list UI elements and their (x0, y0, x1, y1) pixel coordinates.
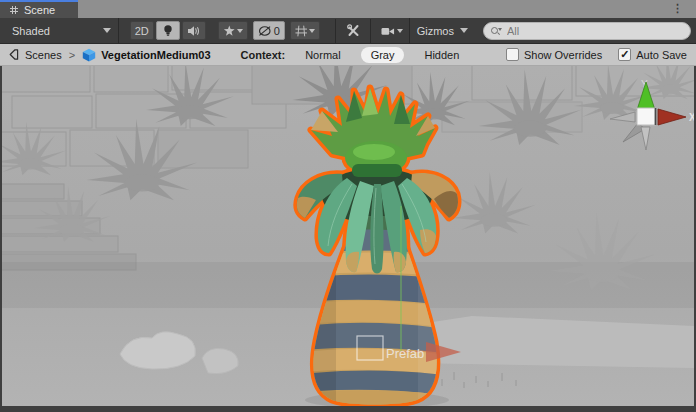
scene-audio-button[interactable] (182, 21, 206, 40)
eye-off-icon (258, 25, 272, 37)
grid-visibility-dropdown-button[interactable] (290, 21, 321, 40)
tab-label: Scene (24, 4, 55, 16)
camera-icon (381, 25, 395, 37)
prefab-badge-label: Prefab (386, 346, 424, 361)
gizmos-label: Gizmos (417, 25, 454, 37)
prefab-context-bar: Scenes > VegetationMedium03 Context: Nor… (0, 44, 696, 66)
show-overrides-toggle[interactable]: Show Overrides (506, 48, 602, 61)
btn-2d-label: 2D (135, 25, 149, 37)
scene-toolbar: Shaded 2D (0, 18, 696, 44)
grid-icon (295, 25, 308, 37)
scene-view-window: Scene ⋮ Shaded 2D (0, 0, 696, 412)
chevron-down-icon (237, 29, 243, 33)
separator (335, 19, 336, 43)
tab-overflow-menu-icon[interactable]: ⋮ (672, 2, 683, 15)
effects-dropdown-button[interactable] (218, 21, 249, 40)
context-option-normal[interactable]: Normal (299, 47, 346, 63)
chevron-down-icon (309, 29, 315, 33)
axis-x-label: X (689, 112, 694, 123)
camera-settings-dropdown-button[interactable] (376, 21, 408, 40)
prefab-name[interactable]: VegetationMedium03 (101, 49, 210, 61)
tab-strip: Scene ⋮ (0, 0, 696, 18)
gizmos-dropdown[interactable]: Gizmos (409, 18, 475, 44)
search-input[interactable] (505, 24, 683, 38)
effects-star-icon (223, 25, 236, 37)
scene-viewport[interactable]: Prefab Y X (2, 66, 694, 406)
context-option-gray[interactable]: Gray (361, 47, 405, 63)
hidden-count: 0 (274, 25, 280, 37)
breadcrumb: Scenes > VegetationMedium03 (7, 48, 211, 62)
check-icon: ✓ (620, 49, 629, 60)
scene-render: Prefab Y X (2, 66, 694, 406)
speaker-icon (187, 25, 200, 37)
search-icon (491, 26, 501, 36)
chevron-down-icon (397, 29, 403, 33)
tab-scene[interactable]: Scene (0, 0, 78, 18)
hidden-objects-button[interactable]: 0 (253, 21, 285, 40)
light-bulb-icon (162, 24, 174, 37)
auto-save-label: Auto Save (636, 49, 687, 61)
chevron-down-icon (460, 28, 468, 33)
breadcrumb-root[interactable]: Scenes (25, 49, 62, 61)
draw-mode-label: Shaded (12, 25, 50, 37)
auto-save-checkbox[interactable]: ✓ (618, 48, 631, 61)
scene-search-field[interactable] (483, 22, 691, 40)
back-arrow-icon[interactable] (7, 48, 20, 61)
toggle-2d-button[interactable]: 2D (130, 21, 154, 40)
separator (370, 19, 371, 43)
chevron-down-icon (103, 28, 111, 33)
gizmo-center-cube[interactable] (637, 108, 655, 125)
show-overrides-checkbox[interactable] (506, 48, 519, 61)
show-overrides-label: Show Overrides (524, 49, 602, 61)
draw-mode-dropdown[interactable]: Shaded (5, 18, 119, 44)
scene-lighting-button[interactable] (156, 21, 180, 40)
tools-icon (347, 24, 360, 37)
prefab-cube-icon (82, 48, 96, 62)
editor-tools-button[interactable] (341, 21, 365, 40)
breadcrumb-separator: > (69, 49, 75, 61)
auto-save-toggle[interactable]: ✓ Auto Save (618, 48, 687, 61)
grid-layout-icon (9, 5, 19, 15)
context-label: Context: (241, 49, 286, 61)
context-option-hidden[interactable]: Hidden (418, 47, 465, 63)
